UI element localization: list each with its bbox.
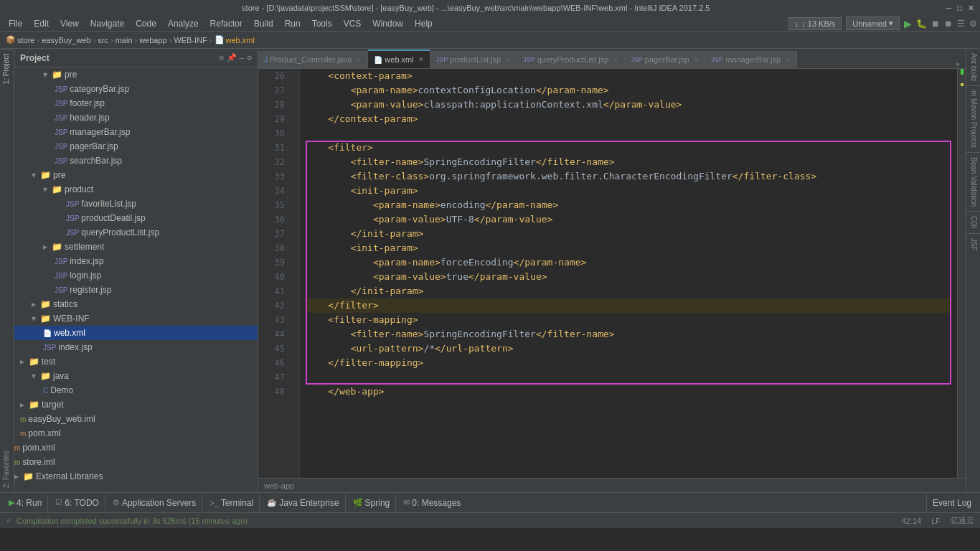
bottom-tab-todo[interactable]: ☑ 6: TODO: [50, 494, 105, 512]
menu-tools[interactable]: Tools: [306, 17, 338, 30]
breadcrumb-webapp[interactable]: webapp: [139, 36, 167, 44]
tree-item[interactable]: JSP managerBar.jsp: [14, 125, 258, 139]
bottom-tab-messages[interactable]: ✉ 0: Messages: [397, 494, 466, 512]
close-button[interactable]: ✕: [968, 4, 974, 13]
sidebar-tab-project[interactable]: 1: Project: [0, 49, 14, 88]
tree-item[interactable]: JSP productDeatil.jsp: [14, 211, 258, 225]
minimize-button[interactable]: ─: [946, 4, 952, 13]
event-log-tab[interactable]: Event Log: [926, 494, 977, 512]
line-num: 39: [261, 255, 285, 270]
tree-item[interactable]: ▸ 📁 statics: [14, 297, 258, 311]
tree-item[interactable]: m pom.xml: [14, 426, 258, 441]
tree-item[interactable]: JSP favoriteList.jsp: [14, 197, 258, 211]
close-icon[interactable]: ✕: [356, 56, 362, 63]
toolbar-btn-4[interactable]: ⚙: [969, 19, 977, 29]
tree-item[interactable]: JSP pagerBar.jsp: [14, 139, 258, 154]
close-icon[interactable]: ✕: [505, 56, 511, 63]
tree-item[interactable]: ▸ 📁 External Libraries: [14, 469, 258, 484]
bottom-tab-java-enterprise[interactable]: ☕ Java Enterprise: [261, 494, 345, 512]
bottom-tab-run[interactable]: ▶ 4: Run: [3, 494, 48, 512]
tree-item[interactable]: m easyBuy_web.iml: [14, 412, 258, 426]
code-line-40: <param-value>true</param-value>: [306, 270, 951, 284]
file-icon: JSP: [55, 143, 67, 151]
sidebar-action-gear2[interactable]: ⚙: [247, 53, 252, 62]
menu-navigate[interactable]: Navigate: [85, 17, 130, 30]
bottom-tab-terminal[interactable]: >_ Terminal: [204, 494, 260, 512]
tab-product-controller[interactable]: J Product_Controller.java ✕: [258, 51, 368, 68]
breadcrumb-easybuy[interactable]: easyBuy_web: [42, 36, 91, 44]
close-icon[interactable]: ✕: [785, 56, 791, 63]
tree-item[interactable]: ▸ 📁 settlement: [14, 240, 258, 254]
sidebar-tab-favorites[interactable]: 2: Favorites: [0, 446, 14, 492]
unnamed-dropdown[interactable]: Unnamed ▾: [846, 17, 900, 30]
breadcrumb-main[interactable]: main: [116, 36, 133, 44]
menu-file[interactable]: File: [3, 17, 28, 30]
toolbar-btn-3[interactable]: ☰: [957, 19, 965, 29]
right-tab-bean[interactable]: Bean Validation: [966, 153, 980, 212]
menu-build[interactable]: Build: [248, 17, 279, 30]
tree-item[interactable]: JSP login.jsp: [14, 268, 258, 283]
tree-item[interactable]: JSP index.jsp: [14, 254, 258, 268]
tree-item[interactable]: m store.iml: [14, 455, 258, 469]
tree-item[interactable]: ▾ 📁 WEB-INF: [14, 311, 258, 326]
file-icon: JSP: [66, 200, 79, 208]
tree-item[interactable]: ▾ 📁 product: [14, 182, 258, 197]
breadcrumb-store[interactable]: 📦 store: [6, 35, 34, 44]
toolbar-btn-2[interactable]: ⏺: [944, 19, 953, 29]
maximize-button[interactable]: □: [957, 4, 962, 13]
tab-webxml[interactable]: 📄 web.xml ✕: [368, 50, 430, 68]
tree-item[interactable]: ▸ 📁 target: [14, 397, 258, 412]
sidebar-action-pin[interactable]: 📌: [227, 53, 237, 62]
debug-button[interactable]: 🐛: [916, 19, 927, 29]
code-content[interactable]: <context-param> <param-name>contextConfi…: [300, 69, 957, 478]
close-icon[interactable]: ✕: [694, 56, 699, 63]
spring-icon: 🌿: [353, 498, 363, 507]
tree-item[interactable]: JSP register.jsp: [14, 283, 258, 297]
menu-analyze[interactable]: Analyze: [162, 17, 204, 30]
close-icon[interactable]: ✕: [613, 56, 618, 63]
tab-productlist[interactable]: JSP productList.jsp ✕: [430, 51, 517, 68]
breadcrumb-webinf[interactable]: WEB-INF: [174, 36, 207, 44]
line-num: 32: [261, 155, 285, 169]
right-tab-maven[interactable]: m Maven Projects: [966, 86, 980, 153]
tree-item[interactable]: ▾ 📁 java: [14, 369, 258, 383]
tree-item[interactable]: ▾ 📁 pre: [14, 67, 258, 82]
right-tab-ant[interactable]: Ant build: [966, 49, 980, 86]
bottom-tab-spring[interactable]: 🌿 Spring: [347, 494, 397, 512]
tree-item[interactable]: m pom.xml: [14, 441, 258, 455]
tree-item[interactable]: JSP header.jsp: [14, 110, 258, 125]
tab-pagerbar[interactable]: JSP pagerBar.jsp ✕: [625, 51, 705, 68]
tab-managerbar[interactable]: JSP managerBar.jsp ✕: [706, 51, 798, 68]
menu-window[interactable]: Window: [367, 17, 409, 30]
tree-item[interactable]: JSP searchBar.jsp: [14, 154, 258, 168]
tab-overflow[interactable]: »: [950, 60, 966, 68]
tree-item[interactable]: JSP queryProductList.jsp: [14, 225, 258, 240]
menu-view[interactable]: View: [55, 17, 85, 30]
right-tab-cdi[interactable]: CDI: [966, 212, 980, 233]
breadcrumb-webxml[interactable]: 📄 web.xml: [215, 35, 255, 44]
status-text: Compilation completed successfully in 3s…: [17, 517, 248, 525]
run-button[interactable]: ▶: [904, 18, 912, 29]
bottom-tab-app-servers[interactable]: ⚙ Application Servers: [107, 494, 202, 512]
close-icon[interactable]: ✕: [418, 56, 424, 63]
menu-vcs[interactable]: VCS: [338, 17, 367, 30]
tree-item-label: pom.xml: [28, 428, 60, 438]
toolbar-btn-1[interactable]: ⏹: [931, 19, 940, 29]
tree-item[interactable]: JSP index.jsp: [14, 340, 258, 354]
tree-item[interactable]: JSP footer.jsp: [14, 96, 258, 110]
menu-refactor[interactable]: Refactor: [204, 17, 248, 30]
sidebar-action-settings[interactable]: ⚙: [219, 53, 224, 62]
menu-run[interactable]: Run: [279, 17, 306, 30]
tree-item[interactable]: C Demo: [14, 383, 258, 397]
menu-code[interactable]: Code: [130, 17, 162, 30]
menu-help[interactable]: Help: [409, 17, 438, 30]
tree-item[interactable]: ▾ 📁 pre: [14, 168, 258, 182]
menu-edit[interactable]: Edit: [28, 17, 55, 30]
sidebar-action-collapse[interactable]: —: [240, 53, 245, 62]
tab-queryproductlist[interactable]: JSP queryProductList.jsp ✕: [517, 51, 625, 68]
tree-item[interactable]: JSP categoryBar.jsp: [14, 82, 258, 96]
right-tab-jsf[interactable]: JSF: [966, 234, 980, 255]
tree-item[interactable]: ▸ 📁 test: [14, 354, 258, 369]
tree-item-selected[interactable]: 📄 web.xml: [14, 326, 258, 340]
breadcrumb-src[interactable]: src: [98, 36, 108, 44]
